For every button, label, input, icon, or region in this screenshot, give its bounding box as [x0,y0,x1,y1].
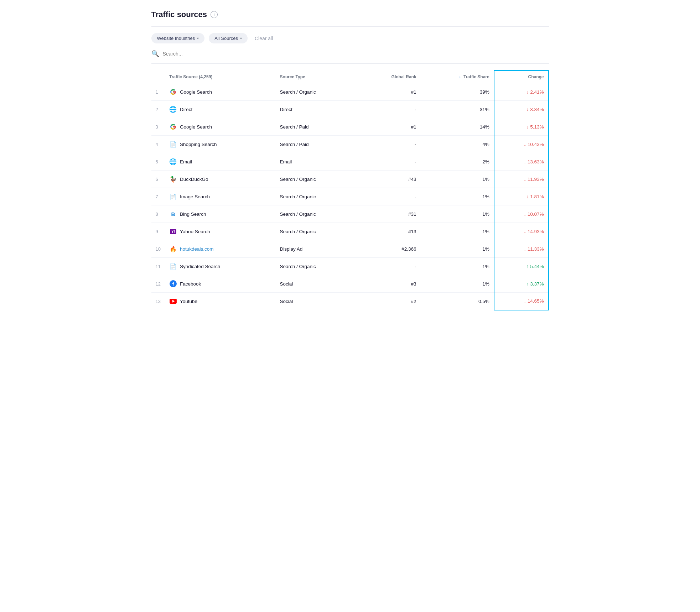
source-name: Direct [180,107,192,112]
traffic-share-cell: 1% [421,205,494,223]
search-row: 🔍 [151,50,549,64]
info-icon[interactable]: i [211,11,218,18]
row-number: 8 [151,205,165,223]
traffic-share-cell: 1% [421,240,494,258]
traffic-source-cell: 📄Shopping Search [165,136,276,153]
change-cell: ↓ 3.84% [494,101,549,118]
traffic-source-cell: Google Search [165,83,276,101]
table-header-row: Traffic Source (4,259) Source Type Globa… [151,70,549,83]
row-number: 6 [151,171,165,188]
global-rank-cell: #31 [358,205,421,223]
change-value: ↓ 11.33% [524,246,544,252]
row-number: 2 [151,101,165,118]
change-value: ↑ 3.37% [527,281,544,287]
globe-icon: 🌐 [169,158,177,166]
col-traffic-share[interactable]: ↓ Traffic Share [421,70,494,83]
source-type-cell: Search / Organic [276,188,359,205]
global-rank-cell: #2 [358,293,421,310]
global-rank-cell: #1 [358,83,421,101]
global-rank-cell: #43 [358,171,421,188]
change-value: ↓ 1.81% [527,194,544,199]
source-type-cell: Social [276,275,359,293]
change-value: ↓ 13.63% [524,159,544,164]
source-type-cell: Search / Paid [276,118,359,136]
source-name: Facebook [180,281,201,287]
row-number: 11 [151,258,165,275]
traffic-source-cell: BBing Search [165,205,276,223]
globe-icon: 🌐 [169,105,177,113]
source-type-cell: Search / Paid [276,136,359,153]
row-number: 4 [151,136,165,153]
change-value: ↓ 5.13% [527,124,544,130]
traffic-share-cell: 39% [421,83,494,101]
traffic-share-cell: 2% [421,153,494,171]
source-type-cell: Search / Organic [276,223,359,240]
change-value: ↓ 11.93% [524,177,544,182]
table-row: 2🌐DirectDirect-31%↓ 3.84% [151,101,549,118]
table-row: 7📄Image SearchSearch / Organic-1%↓ 1.81% [151,188,549,205]
row-number: 3 [151,118,165,136]
doc-icon: 📄 [169,140,177,148]
row-number: 10 [151,240,165,258]
change-value: ↓ 14.65% [524,298,544,304]
change-value: ↓ 3.84% [527,107,544,112]
source-type-cell: Search / Organic [276,258,359,275]
traffic-share-cell: 1% [421,275,494,293]
col-traffic-source: Traffic Source (4,259) [165,70,276,83]
traffic-source-cell: 🦆DuckDuckGo [165,171,276,188]
source-name: Google Search [180,89,212,95]
traffic-share-cell: 31% [421,101,494,118]
yahoo-icon: Y! [169,227,177,235]
source-name: Shopping Search [180,142,217,147]
bing-icon: B [169,210,177,218]
change-cell: ↓ 14.93% [494,223,549,240]
global-rank-cell: #2,366 [358,240,421,258]
traffic-share-cell: 4% [421,136,494,153]
source-name: Google Search [180,124,212,130]
fire-icon: 🔥 [169,245,177,253]
col-change: Change [494,70,549,83]
change-cell: ↑ 5.44% [494,258,549,275]
source-type-cell: Search / Organic [276,171,359,188]
change-cell: ↓ 11.33% [494,240,549,258]
traffic-source-cell: Google Search [165,118,276,136]
col-global-rank: Global Rank [358,70,421,83]
table-row: 3Google SearchSearch / Paid#114%↓ 5.13% [151,118,549,136]
website-industries-button[interactable]: Website Industries ▾ [151,33,205,43]
global-rank-cell: #1 [358,118,421,136]
all-sources-button[interactable]: All Sources ▾ [209,33,248,43]
chevron-down-icon: ▾ [197,36,199,40]
source-type-cell: Direct [276,101,359,118]
row-number: 9 [151,223,165,240]
global-rank-cell: - [358,101,421,118]
google-icon [169,88,177,96]
col-source-type: Source Type [276,70,359,83]
traffic-share-cell: 14% [421,118,494,136]
source-name[interactable]: hotukdeals.com [180,246,214,252]
change-cell: ↓ 1.81% [494,188,549,205]
source-name: Bing Search [180,211,206,217]
facebook-icon [169,280,177,288]
page-title: Traffic sources [151,10,207,19]
traffic-share-cell: 1% [421,223,494,240]
clear-all-button[interactable]: Clear all [252,34,276,43]
search-input[interactable] [163,51,270,57]
traffic-source-cell: Y!Yahoo Search [165,223,276,240]
traffic-source-cell: 🔥hotukdeals.com [165,240,276,258]
table-row: 8BBing SearchSearch / Organic#311%↓ 10.0… [151,205,549,223]
col-num [151,70,165,83]
traffic-source-cell: 🌐Email [165,153,276,171]
change-value: ↓ 14.93% [524,229,544,234]
search-icon: 🔍 [151,50,159,58]
table-row: 6🦆DuckDuckGoSearch / Organic#431%↓ 11.93… [151,171,549,188]
table-row: 1Google SearchSearch / Organic#139%↓ 2.4… [151,83,549,101]
traffic-source-cell: 📄Image Search [165,188,276,205]
row-number: 5 [151,153,165,171]
change-cell: ↓ 10.07% [494,205,549,223]
change-cell: ↓ 14.65% [494,293,549,310]
change-cell: ↓ 10.43% [494,136,549,153]
row-number: 13 [151,293,165,310]
global-rank-cell: - [358,258,421,275]
traffic-share-cell: 1% [421,258,494,275]
traffic-source-cell: Youtube [165,293,276,310]
